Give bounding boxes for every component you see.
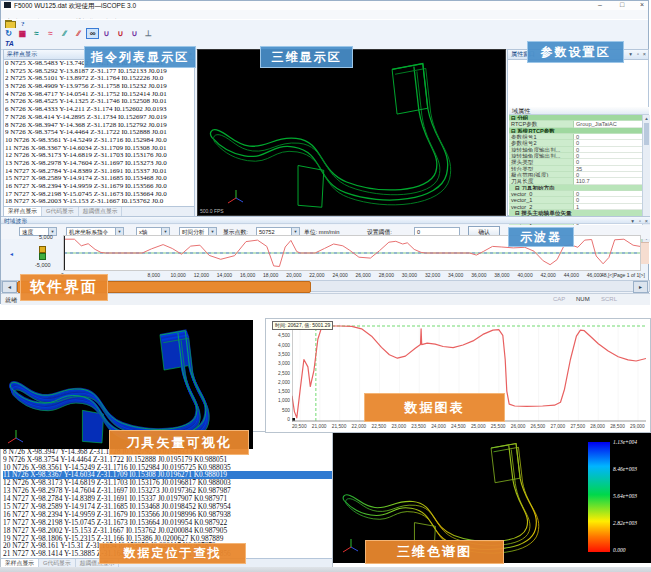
close-button[interactable]: ×: [635, 1, 649, 9]
chart-x-tick: 28,000: [590, 424, 605, 429]
chart-x-tick: 26,500: [531, 424, 546, 429]
chart-y-tick: 4,500: [272, 333, 290, 338]
status-cap: CAP: [553, 296, 565, 302]
signal-teal-icon[interactable]: ≈: [30, 28, 43, 39]
chart-tooltip: 时间: 20627, 值: 5001.29: [272, 321, 333, 330]
signal-pink-icon[interactable]: ≈: [44, 28, 57, 39]
3d-display-area[interactable]: 500.0 FPS: [197, 49, 506, 216]
chart-x-tick: 24,500: [451, 424, 466, 429]
wave-x-tick: 44,000: [564, 272, 579, 278]
tab-超阈值点显示[interactable]: 超阈值点显示: [79, 207, 123, 216]
color-scale-bar: [588, 442, 610, 552]
annotation-label: 数据图表: [364, 393, 505, 422]
maximize-button[interactable]: □: [615, 1, 629, 9]
chevron-down-icon: ▼: [115, 228, 123, 235]
axis-triad-icon: [341, 537, 359, 555]
wave-x-tick: 28,000: [379, 272, 394, 278]
vector-u2-icon[interactable]: ∪: [114, 28, 127, 39]
wave-x-tick: 18,000: [263, 272, 278, 278]
wave-pager[interactable]: 48,[<]Page 1 of 1[>]: [601, 272, 645, 278]
chart-x-tick: 23,000: [391, 424, 406, 429]
chart-x-tick: 21,000: [312, 424, 327, 429]
wave-x-tick: 36,000: [471, 272, 486, 278]
color-scale-label: 0.000: [613, 547, 625, 553]
chart-x-tick: 22,500: [372, 424, 387, 429]
color-scale-label: 1.13e+004: [613, 439, 637, 445]
hatch-teal-icon[interactable]: ∕∕: [58, 28, 71, 39]
status-scrl: SCRL: [601, 296, 617, 302]
dock-icon[interactable]: ▫: [637, 50, 639, 59]
tab-G代码显示[interactable]: G代码显示: [42, 207, 79, 216]
color-scale-label: 2.82e+003: [613, 520, 637, 526]
chart-x-tick: 29,000: [630, 424, 645, 429]
infinity-icon[interactable]: ∞: [86, 28, 99, 39]
perpendicular-icon[interactable]: ⊥: [142, 28, 155, 39]
sample-panel-tabs: 采样点显示G代码显示超阈值点显示: [4, 206, 194, 216]
wave-x-tick: 30,000: [402, 272, 417, 278]
scroll-right-icon[interactable]: ►: [633, 281, 648, 293]
wave-x-tick: 20,000: [286, 272, 301, 278]
palette-icon[interactable]: ▦: [16, 28, 29, 39]
toolbar-row-2: ↻▦≈≈∕∕∕∕∞∪∪∪⊥: [1, 28, 648, 40]
bottom-edge-strip: [0, 567, 651, 572]
wave-ymax-label: 5,000: [39, 234, 53, 240]
chart-x-tick: 28,500: [610, 424, 625, 429]
wave-x-tick: 32,000: [425, 272, 440, 278]
chart-y-tick: 3,500: [272, 352, 290, 357]
wave-x-tick: 40,000: [517, 272, 532, 278]
chart-x-tick: 22,000: [352, 424, 367, 429]
chart-x-tick: 27,500: [570, 424, 585, 429]
chevron-down-icon: ▼: [208, 228, 216, 235]
chart-y-tick: 2,000: [272, 380, 290, 385]
property-tab[interactable]: 域属性: [509, 107, 649, 115]
axis-triad-icon: [6, 428, 24, 446]
wave-x-tick: 14,000: [217, 272, 232, 278]
wave-x-tick: 24,000: [332, 272, 347, 278]
chart-x-tick: 21,500: [332, 424, 347, 429]
scroll-thumb[interactable]: [644, 123, 649, 145]
marker-green-icon[interactable]: [39, 253, 46, 260]
vector-u1-icon[interactable]: ∪: [100, 28, 113, 39]
wave-x-tick: 38,000: [494, 272, 509, 278]
wave-x-tick: 10,000: [171, 272, 186, 278]
chart-x-tick: 25,000: [471, 424, 486, 429]
sample-point-panel: 采样点显示 ▾ ▫ × 0 N725 X-98.5483 Y-13.7402 Z…: [3, 49, 195, 216]
annotation-label: 三维显示区: [260, 46, 353, 68]
wave-x-tick: 16,000: [240, 272, 255, 278]
pin-icon[interactable]: ▾: [629, 50, 632, 59]
marker-yellow-icon[interactable]: [39, 246, 46, 253]
scroll-up-icon[interactable]: ▲: [643, 115, 650, 122]
list-item[interactable]: 18 N727 X-98.2003 Y-15.153 Z-31.1667 I0.…: [5, 198, 193, 206]
wave-x-tick: 12,000: [194, 272, 209, 278]
property-panel: 属性窗口 ▾ ▫ × 域属性 ⊟ 分组RTCP参数Group_JiaTaiAC⊟…: [507, 49, 649, 216]
arrow-left-icon[interactable]: ◄: [9, 251, 14, 257]
sample-panel-title: 采样点显示: [7, 51, 37, 57]
close-panel-icon[interactable]: ×: [645, 217, 648, 225]
vector-u3-icon[interactable]: ∪: [128, 28, 141, 39]
tab-采样点显示[interactable]: 采样点显示: [4, 207, 42, 216]
chevron-down-icon: ▼: [291, 228, 299, 235]
wave-x-tick: 34,000: [448, 272, 463, 278]
color-scale-label: 5.64e+003: [613, 493, 637, 499]
help-icon[interactable]: ?: [21, 20, 25, 28]
chart-y-tick: 1,000: [272, 398, 290, 403]
wave-x-tick: 26,000: [356, 272, 371, 278]
axis-triad-icon: [226, 188, 246, 208]
chart-x-tick: 24,000: [431, 424, 446, 429]
close-panel-icon[interactable]: ×: [643, 50, 646, 59]
sample-point-list: 0 N725 X-98.5483 Y-13.7402 Z-31.1776 I0.…: [5, 60, 193, 206]
wave-ymin-label: -5,000: [35, 262, 51, 268]
refresh-icon[interactable]: ↻: [2, 28, 15, 39]
wave-panel-title: 时域波形: [4, 218, 27, 224]
minimize-button[interactable]: –: [593, 1, 607, 9]
screenshot-root: F5000 WU125.dat 欢迎使用—iSCOPE 3.0 – □ × 文件…: [0, 0, 651, 572]
chart-y-tick: 0: [272, 417, 290, 422]
hatch-red-icon[interactable]: ∕∕: [72, 28, 85, 39]
chart-y-tick: 1,500: [272, 389, 290, 394]
annotation-label: 示波器: [508, 227, 574, 247]
dock-icon[interactable]: ▫: [639, 217, 641, 225]
scroll-left-icon[interactable]: ◄: [2, 281, 17, 293]
ta-button[interactable]: TA: [5, 40, 14, 47]
pin-icon[interactable]: ▾: [631, 217, 634, 225]
app-icon: [4, 2, 11, 8]
